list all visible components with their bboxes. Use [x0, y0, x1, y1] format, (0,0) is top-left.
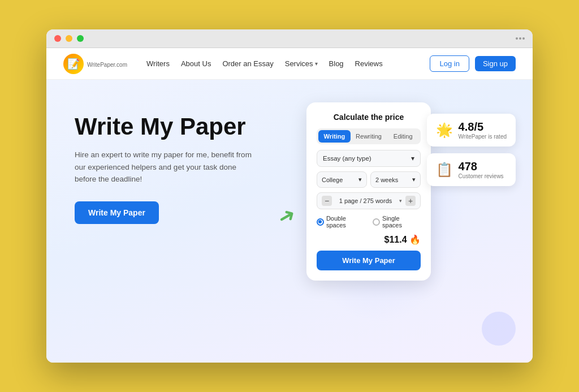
tab-editing[interactable]: Editing [387, 130, 419, 143]
services-chevron-icon: ▾ [315, 61, 318, 67]
hero-title: Write My Paper [75, 114, 290, 140]
main-content: Write My Paper Hire an expert to write m… [46, 80, 533, 363]
calculator-tabs: Writing Rewriting Editing [317, 128, 421, 144]
reviews-icon: 📋 [436, 162, 453, 178]
reviews-info: 478 Customer reviews [459, 160, 504, 179]
reviews-card: 📋 478 Customer reviews [427, 153, 516, 186]
pages-chevron-icon: ▾ [399, 198, 402, 204]
hero-cta-button[interactable]: Write My Paper [75, 201, 159, 224]
deadline-select[interactable]: 2 weeks ▾ [370, 171, 421, 188]
calculator-card: Calculate the price Writing Rewriting Ed… [306, 102, 431, 281]
rating-label: WritePaper is rated [459, 133, 507, 140]
nav-writers[interactable]: Writers [146, 59, 170, 68]
window-close-button[interactable] [54, 35, 61, 42]
nav-links: Writers About Us Order an Essay Services… [146, 59, 417, 68]
deadline-chevron-icon: ▾ [412, 176, 416, 183]
calculator-title: Calculate the price [317, 113, 421, 122]
nav-order-essay[interactable]: Order an Essay [222, 59, 273, 68]
pages-decrement-button[interactable]: − [322, 196, 332, 206]
browser-window: 📝 WritePaper.com Writers About Us Order … [46, 29, 533, 363]
level-chevron-icon: ▾ [358, 176, 362, 183]
level-deadline-row: College ▾ 2 weeks ▾ [317, 171, 421, 188]
nav-reviews[interactable]: Reviews [355, 59, 383, 68]
hero-section: Write My Paper Hire an expert to write m… [75, 114, 290, 224]
nav-actions: Log in Sign up [430, 55, 516, 72]
spacing-options: Double spaces Single spaces [317, 215, 421, 229]
nav-blog[interactable]: Blog [329, 59, 344, 68]
hero-subtitle: Hire an expert to write my paper for me,… [75, 149, 256, 186]
rating-icon: 🌟 [436, 122, 453, 138]
browser-menu [516, 37, 525, 40]
background-decoration [482, 312, 516, 346]
tab-rewriting[interactable]: Rewriting [353, 130, 385, 143]
login-button[interactable]: Log in [430, 55, 469, 72]
single-spaces-option[interactable]: Single spaces [373, 215, 421, 229]
logo-icon: 📝 [63, 54, 84, 74]
side-cards: 🌟 4.8/5 WritePaper is rated 📋 478 Custom… [427, 114, 516, 186]
pages-counter: − 1 page / 275 words ▾ + [317, 192, 421, 209]
calculator-submit-button[interactable]: Write My Paper [317, 251, 421, 270]
level-select[interactable]: College ▾ [317, 171, 367, 188]
pages-increment-button[interactable]: + [405, 196, 416, 206]
logo[interactable]: 📝 WritePaper.com [63, 54, 127, 74]
single-spaces-radio[interactable] [373, 218, 380, 226]
tab-writing[interactable]: Writing [318, 130, 351, 143]
navbar: 📝 WritePaper.com Writers About Us Order … [46, 48, 533, 80]
rating-card: 🌟 4.8/5 WritePaper is rated [427, 114, 516, 147]
double-spaces-option[interactable]: Double spaces [317, 215, 367, 229]
essay-type-chevron-icon: ▾ [411, 154, 414, 162]
price-display: $11.4 🔥 [317, 234, 421, 245]
nav-about-us[interactable]: About Us [181, 59, 211, 68]
window-maximize-button[interactable] [77, 35, 84, 42]
window-minimize-button[interactable] [66, 35, 72, 42]
reviews-label: Customer reviews [459, 173, 504, 179]
reviews-value: 478 [459, 160, 504, 173]
nav-services[interactable]: Services ▾ [285, 59, 318, 68]
pages-value: 1 page / 275 words [335, 197, 396, 204]
double-spaces-radio[interactable] [317, 218, 324, 226]
browser-chrome [46, 29, 533, 48]
rating-info: 4.8/5 WritePaper is rated [459, 120, 507, 140]
logo-text: WritePaper.com [87, 59, 127, 68]
essay-type-select[interactable]: Essay (any type) ▾ [317, 150, 421, 167]
rating-value: 4.8/5 [459, 120, 507, 133]
signup-button[interactable]: Sign up [475, 56, 516, 71]
